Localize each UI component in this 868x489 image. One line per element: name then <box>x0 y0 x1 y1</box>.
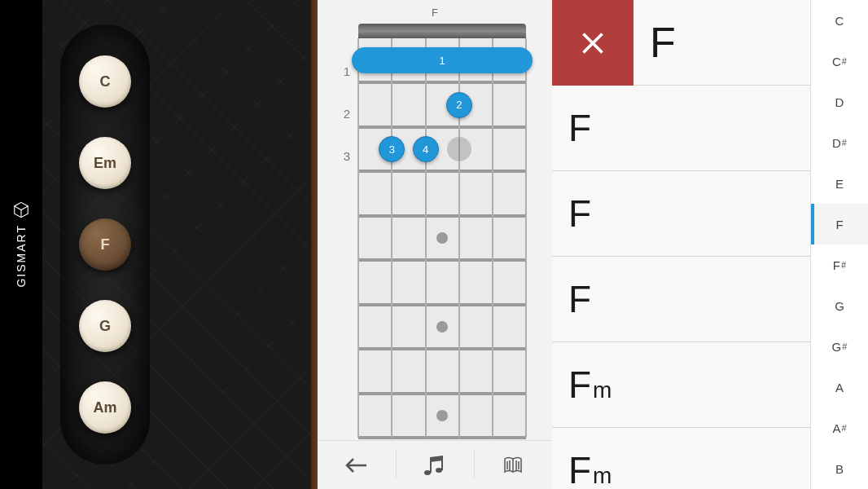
chord-library-button[interactable] <box>474 441 552 489</box>
fret-number-column: 123 <box>344 50 350 177</box>
root-note-a[interactable]: A <box>811 367 868 408</box>
close-button[interactable] <box>552 0 633 86</box>
chord-peg-holder: CEmFGAm <box>60 24 150 465</box>
string-line <box>425 38 427 438</box>
finger-dot: 4 <box>413 136 439 162</box>
string-line <box>391 38 392 438</box>
variation-item[interactable]: Fm <box>552 428 810 489</box>
root-note-panel: CC#DD#EFF#GG#AA#B <box>810 0 868 489</box>
variations-header: F <box>552 0 810 86</box>
chord-peg-f[interactable]: F <box>79 218 131 271</box>
finger-dot: 3 <box>379 136 405 162</box>
root-note-d[interactable]: D <box>811 82 868 122</box>
chord-book-icon <box>502 454 524 477</box>
chord-diagram-panel: F 123 1234 <box>318 0 552 489</box>
fret-line <box>358 126 526 129</box>
fret-line <box>358 436 526 439</box>
diagram-area: F 123 1234 <box>318 0 552 440</box>
string-line <box>357 38 359 438</box>
variations-list: FFFFmFm <box>552 86 810 489</box>
fret-line <box>358 170 526 173</box>
chord-variations-panel: F FFFFmFm <box>552 0 810 489</box>
string-line <box>492 38 493 438</box>
fretboard-body: 1234 <box>358 38 526 438</box>
root-note-asharp[interactable]: A# <box>811 408 868 448</box>
chord-peg-g[interactable]: G <box>79 300 131 352</box>
fret-marker <box>436 321 448 333</box>
root-note-f[interactable]: F <box>811 204 868 244</box>
fret-marker <box>436 410 448 421</box>
fret-number: 3 <box>344 134 350 177</box>
fret-line <box>358 347 526 350</box>
music-note-icon <box>423 454 447 477</box>
string-line <box>525 38 527 438</box>
variation-item[interactable]: F <box>552 257 810 342</box>
fret-number: 1 <box>344 50 350 92</box>
root-note-c[interactable]: C <box>811 0 868 41</box>
chord-peg-em[interactable]: Em <box>79 137 131 189</box>
fret-line <box>358 214 526 218</box>
close-icon <box>575 25 611 61</box>
finger-shadow <box>447 137 471 161</box>
diagram-toolbar <box>318 440 552 489</box>
svg-point-4 <box>436 468 442 473</box>
fret-line <box>358 258 526 262</box>
back-icon <box>344 456 370 475</box>
fret-line <box>358 392 526 395</box>
root-note-dsharp[interactable]: D# <box>811 122 868 163</box>
brand-logo: GISMART <box>12 201 30 288</box>
fretboard: 1234 <box>358 24 526 438</box>
fret-marker <box>436 232 448 244</box>
root-note-gsharp[interactable]: G# <box>811 326 868 367</box>
fretboard-nut <box>358 24 526 38</box>
variation-item[interactable]: F <box>552 171 810 257</box>
root-note-fsharp[interactable]: F# <box>811 244 868 285</box>
fretboard-wrap: 123 1234 <box>344 24 526 438</box>
barre-indicator: 1 <box>352 47 533 73</box>
fret-line <box>358 81 526 84</box>
variation-item[interactable]: Fm <box>552 342 810 428</box>
root-note-b[interactable]: B <box>811 448 868 489</box>
chord-peg-am[interactable]: Am <box>79 381 131 434</box>
chord-selector-panel: CEmFGAm <box>42 0 318 489</box>
svg-point-3 <box>424 470 431 475</box>
fret-number: 2 <box>344 92 350 134</box>
selected-root-label: F <box>633 0 810 85</box>
chord-name-label: F <box>432 7 438 19</box>
finger-dot: 2 <box>446 92 472 118</box>
variation-item[interactable]: F <box>552 86 810 171</box>
root-note-e[interactable]: E <box>811 163 868 204</box>
brand-rail: GISMART <box>0 0 42 489</box>
fret-line <box>358 303 526 306</box>
chord-peg-c[interactable]: C <box>79 55 131 108</box>
brand-text: GISMART <box>15 224 28 288</box>
back-button[interactable] <box>318 441 396 489</box>
play-sound-button[interactable] <box>396 441 474 489</box>
brand-icon <box>12 201 30 219</box>
svg-marker-7 <box>430 456 443 462</box>
root-note-g[interactable]: G <box>811 285 868 326</box>
root-note-csharp[interactable]: C# <box>811 41 868 82</box>
